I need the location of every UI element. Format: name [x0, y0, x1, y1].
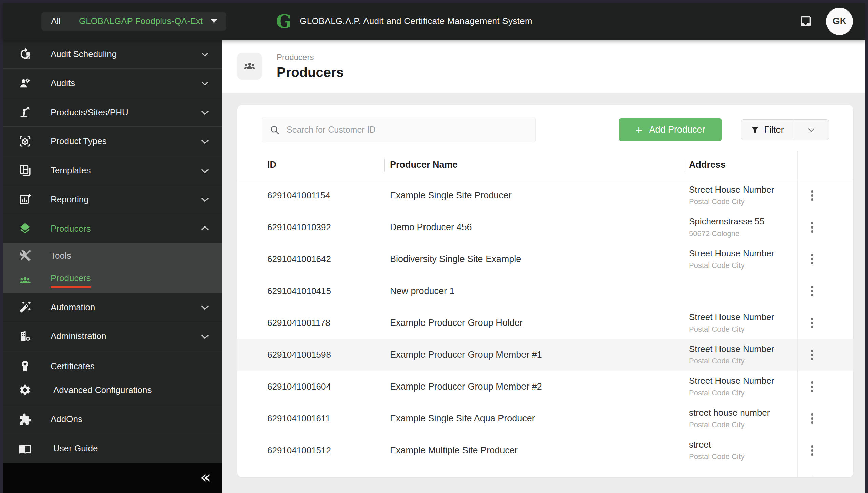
- certificate-ribbon-icon: [18, 359, 32, 373]
- table-row[interactable]: 6291041010392 Demo Producer 456 Spichern…: [237, 211, 853, 243]
- sidebar-item-label: Templates: [51, 165, 91, 176]
- plus-icon: +: [636, 124, 643, 136]
- sidebar-item-label: Audit Scheduling: [51, 49, 117, 59]
- filter-button[interactable]: Filter: [741, 120, 793, 140]
- building-gear-icon: [18, 330, 32, 343]
- sidebar-item-label: Automation: [51, 302, 95, 313]
- chevron-down-icon: [201, 107, 209, 115]
- sidebar: Audit Scheduling Audits Products/Sites/P…: [3, 40, 222, 493]
- search-icon: [270, 125, 280, 135]
- people-icon: [18, 274, 32, 287]
- sidebar-item-label: Administration: [51, 331, 106, 341]
- row-actions-kebab-icon[interactable]: [808, 347, 816, 363]
- column-header-actions: [797, 151, 853, 179]
- table-row[interactable]: 6291041001604 Example Producer Group Mem…: [237, 371, 853, 402]
- main-content: Producers Producers + Add Producer: [222, 40, 865, 493]
- chevron-up-icon: [201, 226, 209, 233]
- row-actions-kebab-icon[interactable]: [808, 315, 816, 331]
- row-actions-kebab-icon[interactable]: [808, 474, 816, 478]
- scheme-selector[interactable]: All GLOBALGAP Foodplus-QA-Ext: [41, 12, 226, 31]
- sidebar-item-templates[interactable]: Templates: [3, 156, 222, 185]
- people-icon: [243, 60, 256, 73]
- inbox-icon[interactable]: [799, 15, 812, 28]
- scheme-all-label: All: [51, 16, 61, 26]
- sidebar-item-advanced-configurations[interactable]: Advanced Configurations: [3, 378, 222, 402]
- sidebar-item-administration[interactable]: Administration: [3, 322, 222, 351]
- table-body: 6291041001154 Example Single Site Produc…: [237, 179, 853, 477]
- filter-dropdown-button[interactable]: [793, 120, 829, 140]
- sidebar-item-label: Advanced Configurations: [53, 385, 152, 395]
- collapse-sidebar-button[interactable]: «: [200, 468, 211, 486]
- filter-split-button: Filter: [741, 119, 829, 140]
- topbar: All GLOBALGAP Foodplus-QA-Ext G GLOBALG.…: [3, 3, 865, 40]
- puzzle-icon: [18, 413, 32, 426]
- chevron-down-icon: [201, 332, 209, 339]
- page-header: Producers Producers: [222, 40, 865, 93]
- magic-wand-icon: [18, 300, 32, 314]
- user-avatar[interactable]: GK: [826, 8, 853, 35]
- sidebar-item-label: Certificates: [51, 361, 95, 372]
- caret-down-icon: [211, 19, 217, 23]
- table-row[interactable]: 6291041001642 Biodiversity Single Site E…: [237, 243, 853, 275]
- page-icon-tile: [237, 53, 262, 80]
- sidebar-item-producers[interactable]: Producers: [3, 214, 222, 243]
- sidebar-footer: «: [3, 463, 222, 493]
- search-input[interactable]: [287, 125, 528, 135]
- table-row-highlighted[interactable]: 6291041001598 Example Producer Group Mem…: [237, 339, 853, 371]
- templates-icon: [18, 164, 32, 177]
- cube-ar-icon: [18, 135, 32, 148]
- report-chart-icon: [18, 193, 32, 206]
- row-actions-kebab-icon[interactable]: [808, 411, 816, 427]
- sidebar-item-automation[interactable]: Automation: [3, 293, 222, 322]
- sidebar-item-reporting[interactable]: Reporting: [3, 185, 222, 214]
- sidebar-item-label: AddOns: [51, 414, 82, 425]
- layers-icon: [18, 222, 32, 235]
- table-row[interactable]: 6291041001322 Example NURTURE Producer s…: [237, 466, 853, 477]
- table-row[interactable]: 6291041001154 Example Single Site Produc…: [237, 179, 853, 211]
- row-actions-kebab-icon[interactable]: [808, 442, 816, 458]
- audits-engineer-icon: [18, 76, 32, 90]
- add-producer-button[interactable]: + Add Producer: [619, 118, 722, 141]
- sidebar-subitem-tools[interactable]: Tools: [3, 243, 222, 268]
- sidebar-item-audits[interactable]: Audits: [3, 69, 222, 98]
- filter-label: Filter: [764, 124, 784, 135]
- toolbar: + Add Producer Filter: [262, 117, 829, 142]
- row-actions-kebab-icon[interactable]: [808, 219, 816, 235]
- chevron-down-icon: [201, 79, 209, 86]
- sidebar-item-label: Products/Sites/PHU: [51, 107, 129, 118]
- table-row[interactable]: 6291041001512 Example Multiple Site Prod…: [237, 434, 853, 466]
- sidebar-item-label: Producers: [51, 223, 91, 234]
- table-row[interactable]: 6291041010415 New producer 1: [237, 275, 853, 307]
- row-actions-kebab-icon[interactable]: [808, 283, 816, 299]
- app-window: All GLOBALGAP Foodplus-QA-Ext G GLOBALG.…: [3, 3, 865, 493]
- globalgap-logo: G: [276, 12, 292, 31]
- chevron-down-icon: [808, 125, 814, 132]
- row-actions-kebab-icon[interactable]: [808, 379, 816, 395]
- sidebar-subitem-label: Tools: [51, 251, 71, 261]
- scheme-selected-label: GLOBALGAP Foodplus-QA-Ext: [79, 16, 203, 26]
- sidebar-item-certificates[interactable]: Certificates: [3, 354, 222, 378]
- robot-arm-icon: [18, 105, 32, 119]
- sidebar-item-audit-scheduling[interactable]: Audit Scheduling: [3, 40, 222, 69]
- sidebar-item-label: Product Types: [51, 136, 107, 146]
- audit-scheduling-icon: [18, 47, 32, 61]
- tools-icon: [18, 249, 32, 262]
- row-actions-kebab-icon[interactable]: [808, 188, 816, 203]
- sidebar-item-label: Audits: [51, 78, 75, 88]
- row-actions-kebab-icon[interactable]: [808, 251, 816, 267]
- page-title: Producers: [277, 65, 344, 80]
- column-header-address: Address: [684, 151, 797, 179]
- breadcrumb[interactable]: Producers: [277, 53, 344, 62]
- chevron-down-icon: [201, 166, 209, 173]
- sidebar-item-label: User Guide: [53, 443, 98, 454]
- sidebar-item-addons[interactable]: AddOns: [3, 405, 222, 434]
- chevron-down-icon: [201, 302, 209, 310]
- sidebar-group-certificates: Certificates Advanced Configurations: [3, 351, 222, 405]
- sidebar-item-user-guide[interactable]: User Guide: [3, 434, 222, 463]
- sidebar-item-product-types[interactable]: Product Types: [3, 127, 222, 156]
- table-row[interactable]: 6291041001611 Example Single Site Aqua P…: [237, 402, 853, 434]
- sidebar-item-products-sites-phu[interactable]: Products/Sites/PHU: [3, 98, 222, 127]
- sidebar-subitem-producers[interactable]: Producers: [3, 268, 222, 293]
- sidebar-item-label: Reporting: [51, 194, 89, 205]
- table-row[interactable]: 6291041001178 Example Producer Group Hol…: [237, 307, 853, 339]
